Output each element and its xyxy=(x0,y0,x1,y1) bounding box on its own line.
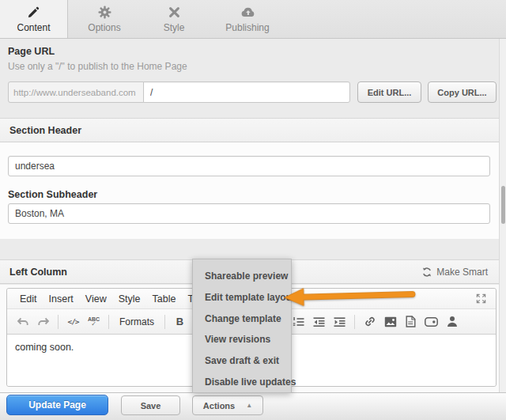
left-column-label: Left Column xyxy=(9,267,67,278)
source-code-icon[interactable]: </> xyxy=(64,313,82,331)
actions-dropdown-menu: Shareable preview Edit template layout C… xyxy=(192,259,292,393)
editor-menu-edit[interactable]: Edit xyxy=(20,293,37,305)
annotation-arrow-icon xyxy=(281,283,421,309)
tab-label: Style xyxy=(164,22,185,33)
section-header-label: Section Header xyxy=(9,125,81,136)
numbered-list-icon[interactable] xyxy=(289,313,308,331)
make-smart-button[interactable]: Make Smart xyxy=(421,260,488,283)
toolbar-divider xyxy=(354,315,355,329)
menu-item-disable-live-updates[interactable]: Disable live updates xyxy=(193,371,291,392)
editor-menu-view[interactable]: View xyxy=(85,293,107,305)
scrollbar-thumb[interactable] xyxy=(501,186,505,224)
gear-icon xyxy=(98,6,111,20)
formats-dropdown[interactable]: Formats xyxy=(115,316,159,327)
url-path-input[interactable] xyxy=(143,81,350,103)
base-url-prefix: http://www.underseaband.com xyxy=(8,81,144,103)
cloud-upload-icon xyxy=(240,6,255,20)
make-smart-label: Make Smart xyxy=(436,267,488,278)
link-icon[interactable] xyxy=(361,313,379,331)
tab-label: Publishing xyxy=(225,22,269,33)
menu-item-view-revisions[interactable]: View revisions xyxy=(193,329,291,350)
menu-item-edit-template-layout[interactable]: Edit template layout xyxy=(193,287,291,308)
person-icon[interactable] xyxy=(443,313,461,331)
document-icon[interactable] xyxy=(402,313,420,331)
make-smart-icon xyxy=(421,267,432,278)
tab-bar: Content Options Style Publishing xyxy=(0,0,506,39)
save-button[interactable]: Save xyxy=(121,395,180,415)
editor-menu-style[interactable]: Style xyxy=(119,293,141,305)
fullscreen-icon[interactable] xyxy=(474,292,488,306)
toolbar-divider xyxy=(58,315,59,329)
menu-item-change-template[interactable]: Change template xyxy=(193,308,291,329)
undo-icon[interactable] xyxy=(13,313,32,331)
tab-label: Options xyxy=(88,22,120,33)
update-page-button[interactable]: Update Page xyxy=(6,395,108,415)
page-url-label: Page URL xyxy=(8,46,55,57)
outdent-icon[interactable] xyxy=(310,313,328,331)
tab-label: Content xyxy=(17,22,50,33)
redo-icon[interactable] xyxy=(34,313,52,331)
image-icon[interactable] xyxy=(381,313,399,331)
menu-item-save-draft-exit[interactable]: Save draft & exit xyxy=(193,350,291,372)
toolbar-divider xyxy=(164,315,165,329)
scrollbar-track[interactable] xyxy=(499,39,506,392)
page-url-hint: Use only a "/" to publish to the Home Pa… xyxy=(8,61,187,72)
section-header-input[interactable] xyxy=(8,156,490,176)
section-header-bar: Section Header xyxy=(0,118,499,142)
tab-content[interactable]: Content xyxy=(0,0,68,38)
pencil-icon xyxy=(27,6,40,20)
bold-button[interactable]: B xyxy=(171,313,189,331)
tab-style[interactable]: Style xyxy=(141,0,207,38)
x-brush-icon xyxy=(168,6,181,20)
editor-menu-table[interactable]: Table xyxy=(152,293,176,305)
copy-url-button[interactable]: Copy URL... xyxy=(428,81,497,103)
caret-up-icon: ▲ xyxy=(246,402,252,409)
actions-button-label: Actions xyxy=(203,401,235,411)
tab-publishing[interactable]: Publishing xyxy=(209,0,286,38)
edit-url-button[interactable]: Edit URL... xyxy=(357,81,421,103)
indent-icon[interactable] xyxy=(330,313,349,331)
section-subheader-input[interactable] xyxy=(8,203,490,224)
section-subheader-label: Section Subheader xyxy=(8,189,97,200)
spellcheck-icon[interactable]: ABC✓ xyxy=(85,313,103,331)
toolbar-divider xyxy=(108,315,109,329)
actions-button[interactable]: Actions ▲ xyxy=(192,395,263,415)
page-editor-window: Content Options Style Publishing Page UR… xyxy=(0,0,506,420)
editor-menu-insert[interactable]: Insert xyxy=(49,293,74,305)
menu-item-shareable-preview[interactable]: Shareable preview xyxy=(193,266,291,287)
tab-options[interactable]: Options xyxy=(70,0,139,38)
media-embed-icon[interactable] xyxy=(422,313,440,331)
